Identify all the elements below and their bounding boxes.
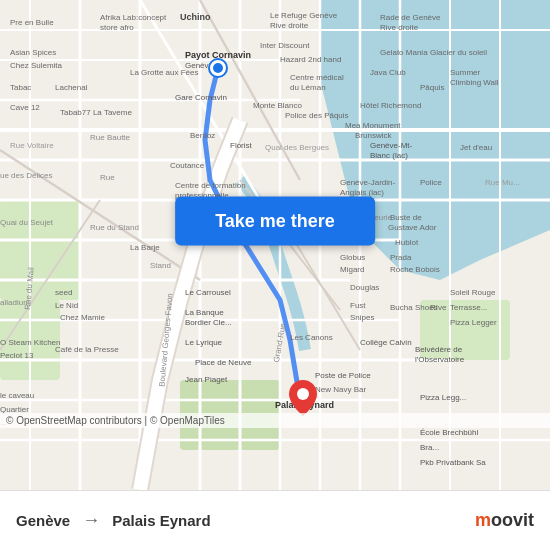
moovit-logo: moovit: [475, 510, 534, 531]
svg-text:Rue Mu...: Rue Mu...: [485, 178, 520, 187]
svg-text:Genève-Mt-: Genève-Mt-: [370, 141, 413, 150]
svg-text:Le Nid: Le Nid: [55, 301, 78, 310]
svg-text:New Navy Bar: New Navy Bar: [315, 385, 366, 394]
svg-text:Le Carrousel: Le Carrousel: [185, 288, 231, 297]
origin-marker: [210, 60, 226, 76]
svg-text:La Barje: La Barje: [130, 243, 160, 252]
svg-text:Quai du Seujet: Quai du Seujet: [0, 218, 54, 227]
svg-text:Glacier du soleil: Glacier du soleil: [430, 48, 487, 57]
svg-text:Coutance: Coutance: [170, 161, 205, 170]
svg-text:Quai des Bergues: Quai des Bergues: [265, 143, 329, 152]
svg-text:Bra...: Bra...: [420, 443, 439, 452]
svg-text:Hazard 2nd hand: Hazard 2nd hand: [280, 55, 341, 64]
svg-text:Chez Mamie: Chez Mamie: [60, 313, 105, 322]
svg-text:Prada: Prada: [390, 253, 412, 262]
svg-text:l'Observatoire: l'Observatoire: [415, 355, 465, 364]
svg-rect-1: [0, 200, 80, 300]
svg-text:Java Club: Java Club: [370, 68, 406, 77]
svg-text:Centre médical: Centre médical: [290, 73, 344, 82]
svg-text:RIve: RIve: [430, 303, 447, 312]
svg-text:Pâquis: Pâquis: [420, 83, 444, 92]
svg-text:Blanc (lac): Blanc (lac): [370, 151, 408, 160]
from-location: Genève: [16, 512, 70, 529]
svg-text:Stand: Stand: [150, 261, 171, 270]
svg-text:Pizza Legger: Pizza Legger: [450, 318, 497, 327]
svg-text:Summer: Summer: [450, 68, 481, 77]
svg-text:Gelato Mania: Gelato Mania: [380, 48, 428, 57]
to-location: Palais Eynard: [112, 512, 210, 529]
svg-text:Migard: Migard: [340, 265, 364, 274]
svg-text:Tabab77  La Taveme: Tabab77 La Taveme: [60, 108, 132, 117]
svg-text:Rue: Rue: [100, 173, 115, 182]
svg-text:Douglas: Douglas: [350, 283, 379, 292]
bottom-bar: Genève → Palais Eynard moovit: [0, 490, 550, 550]
map-container: Pre en Bulle Afrika Lab:concept store af…: [0, 0, 550, 490]
svg-text:Payot Cornavin: Payot Cornavin: [185, 50, 251, 60]
map-attribution: © OpenStreetMap contributors | © OpenMap…: [0, 413, 550, 428]
svg-text:Soleil Rouge: Soleil Rouge: [450, 288, 496, 297]
svg-text:store afro: store afro: [100, 23, 134, 32]
svg-text:seed: seed: [55, 288, 72, 297]
svg-text:Bordier Cle...: Bordier Cle...: [185, 318, 232, 327]
svg-text:du Léman: du Léman: [290, 83, 326, 92]
svg-text:Pizza Legg...: Pizza Legg...: [420, 393, 466, 402]
svg-text:Gustave Ador: Gustave Ador: [388, 223, 437, 232]
svg-text:Fust: Fust: [350, 301, 366, 310]
svg-text:Lachenal: Lachenal: [55, 83, 88, 92]
svg-text:Belvédère de: Belvédère de: [415, 345, 463, 354]
svg-text:Pkb Privatbank Sa: Pkb Privatbank Sa: [420, 458, 486, 467]
arrow-right-icon: →: [82, 510, 100, 531]
take-me-there-button[interactable]: Take me there: [175, 196, 375, 245]
svg-text:ue des Délices: ue des Délices: [0, 171, 52, 180]
svg-text:Florist: Florist: [230, 141, 253, 150]
svg-text:Tabac: Tabac: [10, 83, 31, 92]
svg-text:Climbing Wall: Climbing Wall: [450, 78, 499, 87]
svg-text:Hôtel Richemond: Hôtel Richemond: [360, 101, 421, 110]
svg-text:Gare Cornavin: Gare Cornavin: [175, 93, 227, 102]
moovit-logo-text: moovit: [475, 510, 534, 531]
svg-text:Uchino: Uchino: [180, 12, 211, 22]
svg-text:École Brechbühl: École Brechbühl: [420, 428, 478, 437]
svg-text:Le Lyrique: Le Lyrique: [185, 338, 223, 347]
svg-text:Chez Sulemita: Chez Sulemita: [10, 61, 63, 70]
svg-text:Peclot 13: Peclot 13: [0, 351, 34, 360]
svg-text:Afrika Lab:concept: Afrika Lab:concept: [100, 13, 167, 22]
svg-text:Asian Spices: Asian Spices: [10, 48, 56, 57]
svg-text:Rue Bautte: Rue Bautte: [90, 133, 131, 142]
svg-text:Police des Pâquis: Police des Pâquis: [285, 111, 349, 120]
svg-point-138: [297, 388, 309, 400]
svg-text:Pre en Bulle: Pre en Bulle: [10, 18, 54, 27]
svg-text:Inter Discount: Inter Discount: [260, 41, 310, 50]
svg-text:Police: Police: [420, 178, 442, 187]
svg-text:Jean Piaget: Jean Piaget: [185, 375, 228, 384]
svg-text:Rive droite: Rive droite: [270, 21, 309, 30]
svg-text:Rue du Stand: Rue du Stand: [90, 223, 139, 232]
svg-text:Centre de formation: Centre de formation: [175, 181, 246, 190]
svg-text:Rive droite: Rive droite: [380, 23, 419, 32]
svg-text:Snipes: Snipes: [350, 313, 374, 322]
svg-text:Mea  Monument: Mea Monument: [345, 121, 401, 130]
svg-text:Berdoz: Berdoz: [190, 131, 215, 140]
svg-text:Monte Blanco: Monte Blanco: [253, 101, 302, 110]
svg-text:La Banque: La Banque: [185, 308, 224, 317]
svg-text:Buste de: Buste de: [390, 213, 422, 222]
svg-text:O Steam Kitchen: O Steam Kitchen: [0, 338, 60, 347]
svg-text:Rade de Genève: Rade de Genève: [380, 13, 441, 22]
svg-text:Cave 12: Cave 12: [10, 103, 40, 112]
svg-text:Café de la Presse: Café de la Presse: [55, 345, 119, 354]
svg-text:Hublot: Hublot: [395, 238, 419, 247]
svg-text:Poste de Police: Poste de Police: [315, 371, 371, 380]
svg-text:Collège Calvin: Collège Calvin: [360, 338, 412, 347]
svg-text:Terrasse...: Terrasse...: [450, 303, 487, 312]
svg-text:Le Refuge Genève: Le Refuge Genève: [270, 11, 338, 20]
svg-text:le caveau: le caveau: [0, 391, 34, 400]
svg-text:Les Canons: Les Canons: [290, 333, 333, 342]
svg-text:Rue Voltaire: Rue Voltaire: [10, 141, 54, 150]
svg-text:Jet d'eau: Jet d'eau: [460, 143, 492, 152]
svg-text:Brunswick: Brunswick: [355, 131, 392, 140]
svg-text:Globus: Globus: [340, 253, 365, 262]
svg-text:Place de Neuve: Place de Neuve: [195, 358, 252, 367]
svg-text:Genève-Jardin-: Genève-Jardin-: [340, 178, 395, 187]
svg-text:Roche Bobois: Roche Bobois: [390, 265, 440, 274]
